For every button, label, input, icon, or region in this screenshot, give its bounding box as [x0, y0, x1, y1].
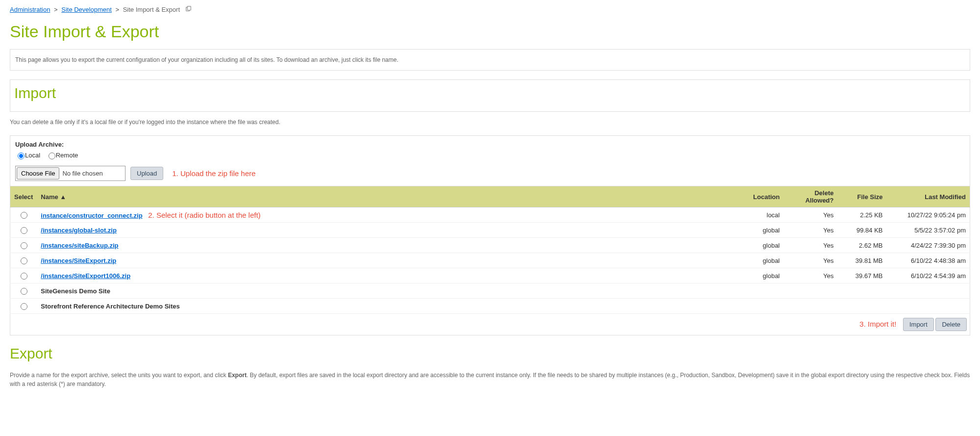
table-row: /instances/SiteExport1006.zipglobalYes39…	[10, 268, 970, 283]
cell-file_size: 2.25 KB	[838, 207, 887, 223]
action-row: 3. Import it! Import Delete	[10, 314, 970, 335]
row-select-radio[interactable]	[21, 257, 27, 264]
upload-archive-label: Upload Archive:	[15, 141, 965, 148]
file-name: Storefront Reference Architecture Demo S…	[41, 303, 179, 310]
choose-file-button[interactable]: Choose File	[17, 167, 59, 180]
file-link[interactable]: /instances/global-slot.zip	[41, 227, 117, 234]
row-select-radio[interactable]	[21, 227, 27, 234]
export-title: Export	[10, 345, 970, 362]
annotation-import: 3. Import it!	[859, 320, 896, 328]
no-file-label: No file chosen	[62, 170, 102, 177]
upload-box: Upload Archive: Local Remote Choose File…	[10, 135, 970, 186]
breadcrumb-current: Site Import & Export	[123, 6, 180, 13]
cell-last_modified	[887, 299, 970, 314]
cell-delete_allowed	[784, 299, 838, 314]
page-description: This page allows you to export the curre…	[10, 49, 970, 71]
cell-location: global	[745, 253, 784, 268]
row-select-radio[interactable]	[21, 273, 27, 280]
cell-location	[745, 299, 784, 314]
delete-note: You can delete a file only if it's a loc…	[10, 119, 970, 126]
table-row: /instances/global-slot.zipglobalYes99.84…	[10, 223, 970, 238]
cell-location: local	[745, 207, 784, 223]
radio-remote-label: Remote	[56, 152, 78, 159]
cell-delete_allowed	[784, 283, 838, 299]
cell-last_modified: 5/5/22 3:57:02 pm	[887, 223, 970, 238]
breadcrumb-link-admin[interactable]: Administration	[10, 6, 50, 13]
cell-file_size	[838, 299, 887, 314]
cell-location	[745, 283, 784, 299]
table-row: /instances/SiteExport.zipglobalYes39.81 …	[10, 253, 970, 268]
import-title: Import	[14, 85, 966, 102]
col-location[interactable]: Location	[745, 186, 784, 207]
page-title: Site Import & Export	[10, 22, 970, 41]
file-input[interactable]: Choose File No file chosen	[15, 166, 126, 181]
radio-local-label: Local	[25, 152, 40, 159]
export-note: Provide a name for the export archive, s…	[10, 371, 970, 388]
cell-file_size: 39.67 MB	[838, 268, 887, 283]
col-select[interactable]: Select	[10, 186, 37, 207]
cell-last_modified: 4/24/22 7:39:30 pm	[887, 238, 970, 253]
row-select-radio[interactable]	[21, 212, 27, 219]
file-link[interactable]: /instances/SiteExport.zip	[41, 257, 116, 264]
breadcrumb-sep: >	[115, 6, 119, 13]
cell-delete_allowed: Yes	[784, 253, 838, 268]
row-select-radio[interactable]	[21, 303, 27, 310]
cell-location: global	[745, 223, 784, 238]
export-note-bold: Export	[228, 372, 247, 379]
row-select-radio[interactable]	[21, 242, 27, 249]
col-last-modified[interactable]: Last Modified	[887, 186, 970, 207]
file-table: Select Name ▲ Location Delete Allowed? F…	[10, 186, 970, 314]
table-row: Storefront Reference Architecture Demo S…	[10, 299, 970, 314]
table-row: instance/constructor_connect.zip 2. Sele…	[10, 207, 970, 223]
breadcrumb-link-sitedev[interactable]: Site Development	[61, 6, 112, 13]
cell-last_modified: 10/27/22 9:05:24 pm	[887, 207, 970, 223]
col-name[interactable]: Name ▲	[37, 186, 744, 207]
import-button[interactable]: Import	[903, 318, 934, 331]
cell-last_modified: 6/10/22 4:54:39 am	[887, 268, 970, 283]
file-name: SiteGenesis Demo Site	[41, 287, 110, 295]
upload-button[interactable]: Upload	[130, 167, 163, 180]
col-file-size[interactable]: File Size	[838, 186, 887, 207]
cell-delete_allowed: Yes	[784, 268, 838, 283]
cell-file_size	[838, 283, 887, 299]
table-header-row: Select Name ▲ Location Delete Allowed? F…	[10, 186, 970, 207]
breadcrumb: Administration > Site Development > Site…	[10, 0, 970, 18]
cell-last_modified: 6/10/22 4:48:38 am	[887, 253, 970, 268]
cell-last_modified	[887, 283, 970, 299]
cell-delete_allowed: Yes	[784, 238, 838, 253]
col-delete-allowed[interactable]: Delete Allowed?	[784, 186, 838, 207]
radio-local[interactable]	[18, 153, 25, 159]
annotation-select: 2. Select it (radio button at the left)	[148, 211, 260, 219]
cell-delete_allowed: Yes	[784, 223, 838, 238]
export-note-pre: Provide a name for the export archive, s…	[10, 372, 228, 379]
cell-location: global	[745, 238, 784, 253]
import-section-box: Import	[10, 79, 970, 112]
row-select-radio[interactable]	[21, 288, 27, 295]
cell-location: global	[745, 268, 784, 283]
svg-rect-1	[187, 6, 191, 10]
file-link[interactable]: /instances/siteBackup.zip	[41, 242, 118, 249]
table-row: SiteGenesis Demo Site	[10, 283, 970, 299]
table-row: /instances/siteBackup.zipglobalYes2.62 M…	[10, 238, 970, 253]
copy-icon[interactable]	[185, 6, 192, 14]
cell-file_size: 99.84 KB	[838, 223, 887, 238]
annotation-upload: 1. Upload the zip file here	[172, 169, 255, 178]
breadcrumb-sep: >	[54, 6, 58, 13]
cell-file_size: 39.81 MB	[838, 253, 887, 268]
upload-radio-row: Local Remote	[15, 151, 965, 160]
radio-remote[interactable]	[49, 153, 55, 159]
file-link[interactable]: instance/constructor_connect.zip	[41, 212, 142, 219]
cell-delete_allowed: Yes	[784, 207, 838, 223]
delete-button[interactable]: Delete	[935, 318, 967, 331]
cell-file_size: 2.62 MB	[838, 238, 887, 253]
file-link[interactable]: /instances/SiteExport1006.zip	[41, 272, 130, 280]
